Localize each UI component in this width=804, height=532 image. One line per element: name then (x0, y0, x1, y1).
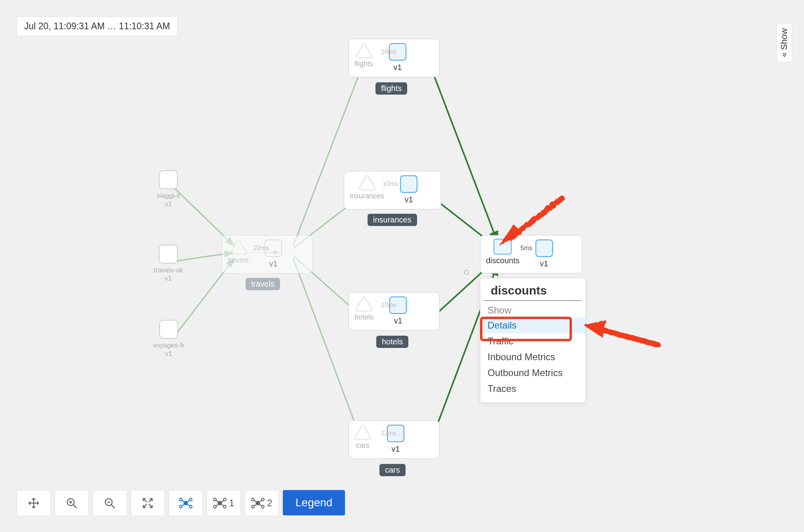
layout-2-button[interactable]: 2 (245, 490, 279, 516)
svg-point-31 (179, 505, 182, 508)
service-node-cars[interactable]: cars v1 (349, 420, 440, 459)
svg-line-42 (216, 500, 219, 502)
group-label-cars: cars (379, 464, 406, 476)
origin-node-viaggi-it[interactable]: viaggi-itv1 (157, 170, 180, 209)
svg-line-52 (259, 500, 262, 502)
svg-point-39 (223, 498, 226, 501)
service-label: travels (228, 256, 249, 264)
version-label: v1 (394, 316, 402, 325)
latency-label: 5ms (520, 245, 532, 252)
chevron-double-icon: « (779, 52, 789, 57)
context-menu-item-inbound[interactable]: Inbound Metrics (480, 349, 585, 365)
workload-icon (159, 170, 178, 189)
layout-suffix: 1 (229, 498, 234, 509)
svg-point-40 (213, 505, 216, 508)
drag-button[interactable] (17, 490, 51, 516)
service-node-discounts[interactable]: discounts v1 (480, 235, 582, 274)
service-label: cars (356, 441, 370, 450)
svg-line-17 (510, 198, 562, 238)
graph-toolbar: 1 2 Legend (17, 490, 345, 516)
service-label: insurances (350, 192, 384, 200)
service-icon (494, 239, 511, 254)
svg-line-34 (187, 500, 189, 502)
timestamp-text: Jul 20, 11:09:31 AM … 11:10:31 AM (24, 21, 170, 31)
service-node-hotels[interactable]: hotels v1 (349, 292, 440, 331)
workload-icon (159, 245, 178, 264)
version-label: v1 (540, 259, 548, 268)
legend-button[interactable]: Legend (283, 490, 345, 515)
svg-line-7 (293, 258, 364, 446)
version-label: v1 (404, 195, 413, 204)
context-menu-item-traffic[interactable]: Traffic (480, 333, 585, 349)
svg-line-44 (216, 504, 219, 506)
svg-line-36 (187, 504, 189, 506)
zoom-in-icon (66, 497, 78, 509)
layout-1-button[interactable]: 1 (207, 490, 241, 516)
svg-line-22 (73, 505, 77, 508)
show-panel-toggle[interactable]: « Show (776, 23, 792, 62)
svg-line-54 (259, 504, 262, 506)
service-node-travels[interactable]: travels v1 (222, 235, 313, 274)
graph-layout-icon (213, 497, 227, 509)
svg-line-53 (254, 504, 257, 506)
latency-label: 22ms (381, 430, 396, 437)
svg-line-4 (293, 63, 364, 246)
svg-line-45 (221, 504, 224, 506)
svg-point-38 (213, 498, 216, 501)
graph-layout-icon (179, 497, 192, 509)
svg-point-50 (261, 505, 264, 508)
svg-line-35 (182, 504, 185, 506)
latency-label: 10ms (381, 48, 396, 55)
service-label: hotels (354, 313, 373, 321)
svg-line-19 (598, 329, 657, 344)
svg-point-49 (251, 505, 254, 508)
svg-point-30 (189, 498, 192, 501)
fit-button[interactable] (131, 490, 165, 516)
latency-label: 10ms (381, 302, 396, 309)
origin-label: travels-ukv1 (154, 266, 183, 283)
group-label-flights: flights (375, 82, 407, 95)
service-label: discounts (486, 256, 520, 265)
move-icon (28, 497, 40, 509)
context-menu: discounts Show Details Traffic Inbound M… (480, 278, 586, 403)
layout-default-button[interactable] (169, 490, 203, 516)
svg-line-26 (111, 505, 115, 508)
latency-label: 22ms (253, 245, 269, 252)
context-menu-subheading: Show (480, 303, 585, 317)
zoom-out-icon (104, 497, 116, 509)
svg-point-47 (251, 498, 254, 501)
context-menu-item-traces[interactable]: Traces (480, 381, 585, 397)
group-label-travels: travels (246, 278, 280, 290)
version-label: v1 (269, 259, 277, 268)
zoom-out-button[interactable] (93, 490, 127, 516)
svg-line-8 (429, 63, 498, 244)
group-label-insurances: insurances (368, 214, 417, 226)
version-label: v1 (393, 63, 402, 72)
origin-label: voyages-frv1 (153, 341, 184, 358)
svg-line-33 (182, 500, 185, 502)
latency-label: 10ms (383, 180, 398, 188)
expand-icon (142, 497, 154, 509)
show-panel-label: Show (779, 28, 789, 50)
svg-line-51 (254, 500, 257, 502)
origin-node-voyages-fr[interactable]: voyages-frv1 (153, 320, 184, 358)
svg-point-14 (465, 270, 469, 274)
workload-icon (159, 320, 178, 339)
version-icon (535, 239, 553, 257)
service-icon (356, 296, 372, 311)
context-menu-item-outbound[interactable]: Outbound Metrics (480, 365, 585, 381)
svg-marker-20 (583, 320, 606, 337)
svg-point-41 (223, 505, 226, 508)
service-icon (354, 425, 371, 439)
timestamp-badge: Jul 20, 11:09:31 AM … 11:10:31 AM (17, 17, 177, 36)
layout-suffix: 2 (267, 498, 272, 509)
svg-point-48 (261, 498, 264, 501)
service-node-insurances[interactable]: insurances v1 (344, 171, 441, 209)
annotation-arrow-side (578, 313, 665, 356)
version-icon (400, 175, 417, 193)
service-node-flights[interactable]: flights v1 (349, 39, 440, 77)
origin-node-travels-uk[interactable]: travels-ukv1 (154, 245, 183, 283)
svg-point-32 (189, 505, 192, 508)
context-menu-item-details[interactable]: Details (480, 317, 585, 333)
zoom-in-button[interactable] (55, 490, 89, 516)
